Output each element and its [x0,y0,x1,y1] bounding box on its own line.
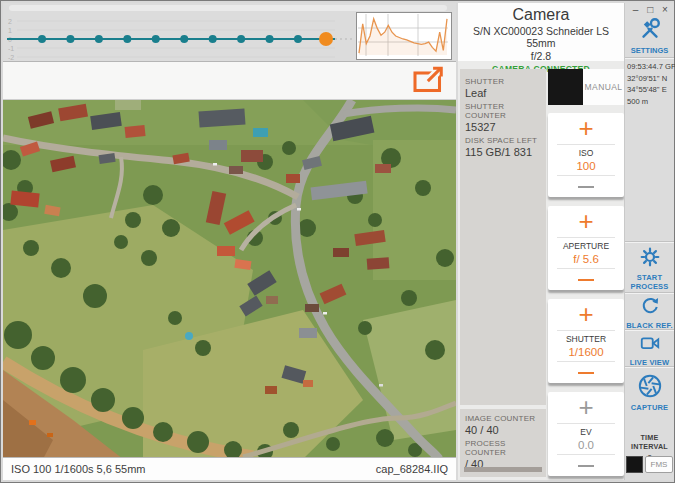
svg-text:2: 2 [8,18,12,25]
fms-label: FMS [645,456,673,473]
maximize-button[interactable]: □ [644,4,656,15]
exposure-mode-button[interactable]: MANUAL [548,69,624,105]
capture-viewer-region: 210-1-2 [3,3,456,480]
status-bar: ISO 100 1/1600s 5,6 55mm cap_68284.IIQ [3,457,456,480]
gps-latitude: 32°09'51" N [627,73,674,85]
minimize-button[interactable]: – [629,4,641,15]
shutter-counter-value: 15327 [465,121,541,133]
start-process-label-2: PROCESS [625,282,674,291]
window-controls: – □ × [629,4,671,15]
disk-space-label: DISK SPACE LEFT [465,136,541,145]
open-external-viewer-button[interactable] [411,66,447,94]
gps-time: 09:53:44.7 GPS [627,61,674,73]
exposure-controls-column: MANUAL + ISO 100 + APERTURE f/ 5.6 [548,3,624,480]
capture-button[interactable]: CAPTURE [625,366,674,434]
counters-box: IMAGE COUNTER 40 / 40 PROCESS COUNTER / … [460,409,546,477]
action-sidebar: – □ × SETTINGS 09:53:44.7 GPS 32°09'51" [624,3,674,480]
shutter-type-label: SHUTTER [465,77,541,86]
shutter-value: 1/1600 [548,346,624,358]
time-interval-label: TIME INTERVAL [625,433,674,451]
shutter-label: SHUTTER [548,334,624,344]
mode-color-swatch [548,69,583,105]
gps-altitude: 500 m [627,96,674,108]
ev-label: EV [548,427,624,437]
application-window: 210-1-2 [0,0,675,483]
close-button[interactable]: × [659,4,671,15]
exposure-mode-label: MANUAL [583,69,624,105]
start-process-label-1: START [625,273,674,282]
process-counter-label: PROCESS COUNTER [465,439,541,457]
shutter-decrease-button[interactable] [548,362,624,383]
shutter-increase-button[interactable]: + [548,299,624,330]
black-ref-button[interactable]: BLACK REF. [625,292,674,330]
image-counter-label: IMAGE COUNTER [465,414,541,423]
gps-info: 09:53:44.7 GPS 32°09'51" N 34°55'48" E 5… [625,57,674,107]
aperture-decrease-button[interactable] [548,269,624,290]
shutter-type-value: Leaf [465,87,541,99]
disk-space-value: 115 GB/1 831 [465,146,541,158]
ev-history-strip: 210-1-2 [3,3,456,62]
aperture-control-card: + APERTURE f/ 5.6 [548,206,624,290]
exposure-summary: ISO 100 1/1600s 5,6 55mm [11,463,146,475]
fms-checkbox[interactable] [626,456,643,473]
open-external-icon [411,66,447,94]
ev-decrease-button[interactable] [548,455,624,476]
iso-decrease-button[interactable] [548,176,624,197]
fms-toggle[interactable]: FMS [625,456,674,473]
capture-filename: cap_68284.IIQ [376,463,448,475]
process-progress-bar [464,467,542,472]
camera-control-panel: Camera S/N XC000023 Schneider LS 55mm f/… [458,3,674,480]
settings-button[interactable]: SETTINGS [625,15,674,55]
live-image-preview [3,100,456,459]
camera-info-box: SHUTTER Leaf SHUTTER COUNTER 15327 DISK … [460,69,546,405]
aperture-icon [637,373,663,399]
settings-label: SETTINGS [625,46,674,55]
ev-history-chart: 210-1-2 [3,9,355,61]
histogram-panel [356,12,452,60]
video-camera-icon [638,332,662,354]
shutter-counter-label: SHUTTER COUNTER [465,102,541,120]
start-process-button[interactable]: START PROCESS [625,241,674,293]
live-view-button[interactable]: LIVE VIEW [625,329,674,367]
aperture-label: APERTURE [548,241,624,251]
aperture-increase-button[interactable]: + [548,206,624,237]
tools-icon [637,15,663,41]
image-counter-value: 40 / 40 [465,424,541,436]
aperture-value: f/ 5.6 [548,253,624,265]
capture-label: CAPTURE [625,403,674,412]
viewer-toolbar [3,62,456,100]
ev-increase-button[interactable]: + [548,392,624,423]
iso-increase-button[interactable]: + [548,113,624,144]
histogram-chart [357,13,449,57]
svg-text:-1: -1 [8,45,14,52]
iso-label: ISO [548,148,624,158]
svg-text:-2: -2 [8,54,14,61]
ev-value: 0.0 [548,439,624,451]
iso-control-card: + ISO 100 [548,113,624,197]
ev-control-card: + EV 0.0 [548,392,624,476]
iso-value: 100 [548,160,624,172]
aerial-photo [3,100,456,459]
refresh-icon [639,295,661,317]
gps-longitude: 34°55'48" E [627,84,674,96]
shutter-control-card: + SHUTTER 1/1600 [548,299,624,383]
svg-text:1: 1 [8,27,12,34]
gear-icon [638,245,662,269]
